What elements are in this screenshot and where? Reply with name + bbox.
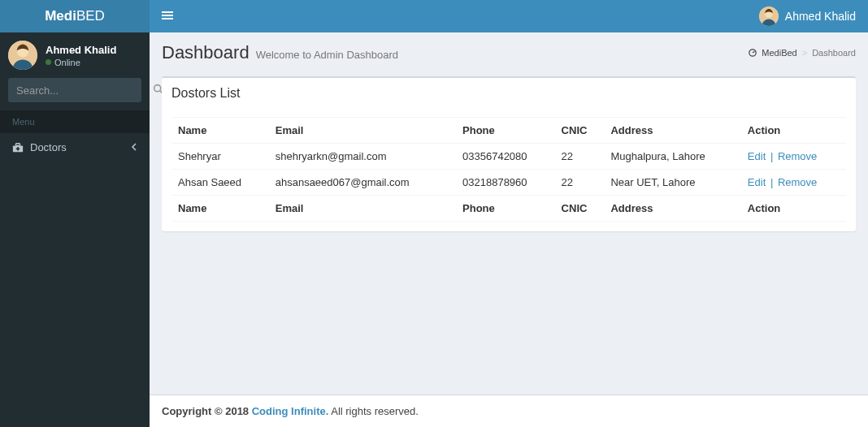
cell-address: Mughalpura, Lahore bbox=[604, 144, 740, 170]
cell-cnic: 22 bbox=[555, 144, 605, 170]
search-input[interactable] bbox=[16, 84, 153, 97]
sidebar-search bbox=[8, 78, 141, 102]
col-action: Action bbox=[741, 118, 846, 144]
main-header: MediBED Ahmed Khalid bbox=[0, 0, 868, 32]
header-user-name: Ahmed Khalid bbox=[785, 10, 856, 23]
col-phone: Phone bbox=[456, 118, 555, 144]
footer: Copyright © 2018 Coding Infinite. All ri… bbox=[150, 395, 868, 427]
avatar bbox=[8, 41, 37, 70]
dashboard-icon bbox=[749, 49, 757, 57]
doctors-table: Name Email Phone CNIC Address Action She… bbox=[171, 117, 846, 222]
sidebar-item-doctors[interactable]: Doctors bbox=[0, 133, 150, 162]
sidebar-item-label: Doctors bbox=[30, 141, 67, 153]
content-wrapper: Dashboard Welcome to Admin Dashboard Med… bbox=[150, 0, 868, 427]
svg-rect-2 bbox=[162, 18, 173, 19]
bars-icon bbox=[162, 10, 173, 21]
page-subtitle: Welcome to Admin Dashboard bbox=[256, 49, 398, 61]
foot-name: Name bbox=[171, 196, 269, 222]
foot-cnic: CNIC bbox=[555, 196, 605, 222]
breadcrumb: MediBed > Dashboard bbox=[749, 48, 856, 58]
col-cnic: CNIC bbox=[555, 118, 605, 144]
page-title: Dashboard Welcome to Admin Dashboard bbox=[162, 42, 398, 63]
foot-email: Email bbox=[269, 196, 456, 222]
remove-link[interactable]: Remove bbox=[778, 176, 817, 188]
breadcrumb-separator: > bbox=[802, 48, 807, 58]
cell-phone: 03218878960 bbox=[456, 170, 555, 196]
cell-name: Ahsan Saeed bbox=[171, 170, 269, 196]
svg-rect-1 bbox=[162, 15, 173, 16]
col-name: Name bbox=[171, 118, 269, 144]
action-separator: | bbox=[766, 150, 778, 162]
breadcrumb-root-link[interactable]: MediBed bbox=[762, 48, 796, 58]
avatar bbox=[759, 6, 779, 26]
doctors-panel: Dostors List Name Email Phone CNIC Addre… bbox=[162, 76, 856, 231]
briefcase-medical-icon bbox=[12, 142, 24, 153]
footer-copyright: Copyright © 2018 bbox=[162, 405, 252, 417]
user-menu-button[interactable]: Ahmed Khalid bbox=[759, 6, 856, 26]
chevron-left-icon bbox=[131, 141, 137, 153]
footer-link[interactable]: Coding Infinite. bbox=[252, 405, 329, 417]
brand-logo[interactable]: MediBED bbox=[0, 0, 150, 32]
action-separator: | bbox=[766, 176, 778, 188]
content-header: Dashboard Welcome to Admin Dashboard Med… bbox=[150, 32, 868, 68]
foot-action: Action bbox=[741, 196, 846, 222]
col-address: Address bbox=[604, 118, 740, 144]
top-navbar: Ahmed Khalid bbox=[150, 0, 868, 32]
cell-name: Shehryar bbox=[171, 144, 269, 170]
cell-action: Edit | Remove bbox=[741, 144, 846, 170]
menu-section-header: Menu bbox=[0, 110, 150, 133]
cell-email: shehryarkn@gmail.com bbox=[269, 144, 456, 170]
sidebar-user-name: Ahmed Khalid bbox=[46, 44, 116, 56]
cell-cnic: 22 bbox=[555, 170, 605, 196]
cell-action: Edit | Remove bbox=[741, 170, 846, 196]
svg-rect-10 bbox=[15, 143, 20, 145]
table-row: Ahsan Saeedahsansaeed067@gmail.com032188… bbox=[171, 170, 846, 196]
remove-link[interactable]: Remove bbox=[778, 150, 817, 162]
cell-address: Near UET, Lahore bbox=[604, 170, 740, 196]
breadcrumb-current: Dashboard bbox=[812, 48, 856, 58]
cell-email: ahsansaeed067@gmail.com bbox=[269, 170, 456, 196]
col-email: Email bbox=[269, 118, 456, 144]
sidebar: Ahmed Khalid Online Menu Doctors bbox=[0, 0, 150, 427]
cell-phone: 03356742080 bbox=[456, 144, 555, 170]
foot-address: Address bbox=[604, 196, 740, 222]
sidebar-toggle-button[interactable] bbox=[162, 10, 173, 24]
svg-rect-12 bbox=[16, 148, 20, 149]
sidebar-user-status: Online bbox=[46, 58, 116, 67]
svg-line-14 bbox=[753, 51, 755, 53]
foot-phone: Phone bbox=[456, 196, 555, 222]
brand-text-light: BED bbox=[76, 8, 105, 24]
svg-rect-0 bbox=[162, 11, 173, 13]
table-row: Shehryarshehryarkn@gmail.com033567420802… bbox=[171, 144, 846, 170]
sidebar-user-panel: Ahmed Khalid Online bbox=[0, 32, 150, 78]
panel-title: Dostors List bbox=[171, 86, 846, 101]
footer-suffix: All rights reserved. bbox=[328, 405, 419, 417]
edit-link[interactable]: Edit bbox=[748, 176, 766, 188]
edit-link[interactable]: Edit bbox=[748, 150, 766, 162]
brand-text-bold: Medi bbox=[45, 8, 76, 24]
online-dot-icon bbox=[46, 59, 51, 65]
